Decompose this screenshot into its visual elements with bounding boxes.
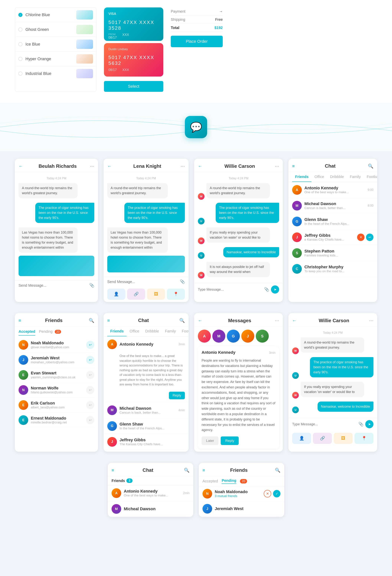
filter-icon-friends-bottom[interactable]: ≡	[203, 468, 205, 473]
attachment-icon-3[interactable]: 📎	[264, 287, 269, 292]
shoe-radio-industrial-blue[interactable]	[18, 72, 23, 76]
menu-icon-messages[interactable]: ···	[275, 317, 279, 323]
location-btn[interactable]: 📍	[167, 288, 185, 300]
norman-action[interactable]: ↩	[86, 386, 94, 394]
search-icon-friends[interactable]: 🔍	[89, 318, 94, 323]
willie-2-type-input[interactable]	[292, 422, 357, 426]
shoe-item-chlorine-blue[interactable]: Chlorine Blue	[15, 8, 96, 22]
decline-noah-btn[interactable]: ✕	[264, 490, 271, 497]
back-icon-2[interactable]: ←	[107, 164, 112, 169]
filter-icon-friends[interactable]: ≡	[19, 318, 21, 323]
tab-accepted[interactable]: Accepted	[19, 329, 35, 336]
attachment-icon-1[interactable]: 📎	[89, 283, 94, 288]
erik-action[interactable]: ↩	[86, 401, 94, 409]
willie-2-image-btn[interactable]: 🖼	[334, 433, 353, 444]
chat-item-micheal[interactable]: M Micheal Dawson Cancun is back, better …	[288, 198, 377, 214]
delete-jeffrey-btn[interactable]: ✕	[357, 233, 365, 241]
shoe-radio-chlorine-blue[interactable]	[18, 13, 23, 17]
reply-btn-detail[interactable]: Reply	[221, 436, 239, 445]
menu-icon-3[interactable]: ···	[275, 163, 279, 169]
antonio-preview: One of the best ways to make...	[304, 190, 353, 194]
tab-football-2[interactable]: Football	[179, 326, 189, 336]
place-order-button[interactable]: Place Order	[171, 36, 223, 47]
menu-icon-2[interactable]: ···	[181, 163, 185, 169]
willie-2-link-btn[interactable]: 🔗	[313, 433, 332, 444]
attachment-icon-2[interactable]: 📎	[180, 279, 185, 284]
willie-chat-2-title: Willie Carson	[299, 318, 369, 323]
search-icon-friends-bottom[interactable]: 🔍	[275, 468, 281, 473]
link-btn[interactable]: 🔗	[127, 288, 145, 300]
tab-football-1[interactable]: Football	[364, 172, 377, 182]
tab-family-2[interactable]: Family	[162, 326, 179, 336]
tab-family-1[interactable]: Family	[347, 172, 364, 182]
tab-friends-2[interactable]: Friends	[107, 326, 127, 336]
chat-item-antonio[interactable]: A Antonio Kennedy One of the best ways t…	[288, 182, 377, 198]
back-icon-messages[interactable]: ←	[198, 318, 202, 323]
send-input-1[interactable]	[19, 283, 87, 288]
filter-icon-1[interactable]: ≡	[292, 164, 295, 169]
chat-item-stephen[interactable]: S Stephen Patton Families traveling kids…	[288, 245, 377, 261]
chat-item-jeffrey[interactable]: J Jeffrey Gibbs e Kansas City Chiefs hav…	[288, 230, 377, 245]
willie-2-contact-btn[interactable]: 👤	[292, 433, 311, 444]
tab-office-2[interactable]: Office	[127, 326, 142, 336]
shoe-radio-hyper-orange[interactable]	[18, 57, 23, 61]
attachment-willie-2[interactable]: 📎	[358, 422, 364, 427]
evan-action[interactable]: ↩	[86, 371, 94, 379]
shoe-item-hyper-orange[interactable]: Hyper Orange	[15, 52, 96, 66]
tab-accepted-bottom[interactable]: Accepted	[203, 479, 218, 483]
chat-item-glenn[interactable]: G Glenn Shaw In the heart of the French …	[288, 214, 377, 230]
send-btn-willie-2[interactable]: ➤	[365, 420, 373, 428]
search-icon-1[interactable]: 🔍	[368, 164, 373, 169]
later-btn[interactable]: Later	[202, 436, 218, 445]
search-icon-bottom[interactable]: 🔍	[184, 468, 189, 473]
send-btn-3[interactable]: ➤	[271, 286, 279, 293]
payment-row-shipping: Shipping Free	[171, 16, 223, 24]
shipping-value: Free	[215, 17, 223, 22]
reply-antonio-btn[interactable]: Reply	[169, 392, 185, 399]
chat-bottom-antonio[interactable]: A Antonio Kennedy One of the best ways t…	[108, 485, 193, 501]
tab-dribbble-2[interactable]: Dribbble	[142, 326, 162, 336]
filter-icon-bottom[interactable]: ≡	[111, 468, 114, 473]
ernest-action[interactable]: ↩	[86, 416, 94, 424]
chat-bottom-micheal[interactable]: M Micheal Dawson	[108, 501, 193, 517]
back-icon-3[interactable]: ←	[198, 164, 202, 169]
send-input-2[interactable]	[107, 280, 178, 284]
menu-icon-willie-2[interactable]: ···	[369, 317, 373, 323]
back-icon-willie-2[interactable]: ←	[292, 318, 297, 323]
select-button[interactable]: Select	[104, 81, 163, 92]
type-msg-input-3[interactable]	[198, 288, 262, 291]
antonio-2-reply-container: Reply	[107, 392, 185, 399]
noah-action[interactable]: ↩	[86, 341, 94, 349]
card1-expiry: FROM 08/17	[108, 33, 117, 40]
willie-2-location-btn[interactable]: 📍	[355, 433, 373, 444]
shoe-item-ghost-green[interactable]: Ghost Green	[15, 22, 96, 37]
shoe-item-ice-blue[interactable]: Ice Blue	[15, 37, 96, 52]
shoe-radio-ice-blue[interactable]	[18, 42, 23, 46]
contact-btn[interactable]: 👤	[107, 288, 125, 300]
menu-icon-1[interactable]: ···	[90, 163, 94, 169]
tab-pending[interactable]: Pending 20	[39, 329, 61, 336]
stephen-name: Stephen Patton	[304, 249, 373, 254]
image-btn[interactable]: 🖼	[147, 288, 165, 300]
tab-office-1[interactable]: Office	[312, 172, 327, 182]
tab-pending-bottom[interactable]: Pending	[222, 478, 236, 484]
msg-sender-time: 3min	[269, 351, 275, 354]
tab-friends-1[interactable]: Friends	[292, 172, 312, 182]
chat-micheal-2[interactable]: M Micheal Dawson Cancun is back, better …	[104, 403, 189, 418]
shoe-item-industrial-blue[interactable]: Industrial Blue	[15, 66, 96, 81]
chat-item-christopher[interactable]: C Christopher Murphy To keep you on the …	[288, 261, 377, 277]
back-icon[interactable]: ←	[19, 164, 23, 169]
shoe-radio-ghost-green[interactable]	[18, 28, 23, 31]
accept-noah-btn[interactable]: ✓	[273, 490, 281, 497]
screen1-title: Beulah Richards	[25, 163, 90, 169]
tab-dribbble-1[interactable]: Dribbble	[327, 172, 347, 182]
chat-reply-title: Chat	[110, 317, 177, 323]
filter-icon-chat[interactable]: ≡	[107, 318, 110, 323]
noah-mutual: 3 mutual friends	[215, 494, 261, 498]
chat-glenn-2[interactable]: G Glenn Shaw In the heart of the French …	[104, 418, 189, 434]
reply-jeffrey-btn[interactable]: ↩	[366, 233, 373, 241]
jeremiah-action[interactable]: ↩	[86, 356, 94, 364]
antonio-2-header: A Antonio Kennedy 3min	[107, 340, 185, 349]
search-icon-chat[interactable]: 🔍	[179, 318, 185, 323]
chat-jeffrey-2[interactable]: J Jeffrey Gibbs The Kansas City Chiefs h…	[104, 434, 189, 450]
